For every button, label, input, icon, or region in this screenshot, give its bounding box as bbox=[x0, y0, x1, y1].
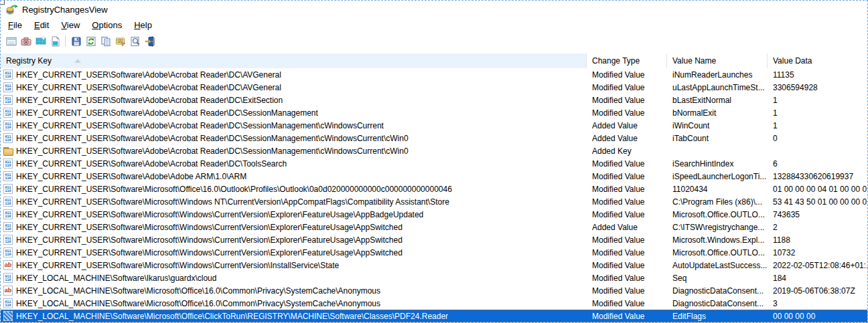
value-data-text: 0 bbox=[773, 134, 778, 143]
menu-help[interactable]: Help bbox=[128, 19, 158, 32]
column-header-value-data[interactable]: Value Data bbox=[768, 53, 867, 68]
toolbar bbox=[1, 32, 867, 50]
table-row[interactable]: HKEY_LOCAL_MACHINE\Software\Microsoft\Of… bbox=[1, 310, 867, 322]
menu-bar: File Edit View Options Help bbox=[1, 18, 867, 32]
registry-key-text: HKEY_CURRENT_USER\Software\Microsoft\Win… bbox=[16, 261, 339, 270]
app-icon bbox=[6, 4, 18, 15]
registry-key-text: HKEY_CURRENT_USER\Software\Adobe\Adobe A… bbox=[16, 172, 246, 181]
value-data-text: 2019-05-06T06:38:07Z bbox=[773, 286, 855, 296]
table-row[interactable]: HKEY_CURRENT_USER\Software\Microsoft\Win… bbox=[1, 221, 867, 233]
binary-value-icon bbox=[3, 209, 13, 219]
sort-ascending-icon bbox=[74, 59, 81, 63]
table-row[interactable]: HKEY_LOCAL_MACHINE\Software\Ikarus\guard… bbox=[1, 272, 867, 284]
value-name-text: iSpeedLauncherLogonTi... bbox=[672, 172, 766, 181]
table-row[interactable]: HKEY_CURRENT_USER\Software\Adobe\Acrobat… bbox=[1, 157, 867, 170]
refresh-button[interactable] bbox=[84, 34, 98, 49]
change-type-text: Added Value bbox=[592, 223, 638, 232]
value-name-text: Seq bbox=[672, 274, 686, 283]
value-data-text: 3306594928 bbox=[773, 83, 818, 92]
table-row[interactable]: HKEY_CURRENT_USER\Software\Adobe\Acrobat… bbox=[1, 144, 867, 157]
value-data-text: 53 41 43 50 01 00 00 00 0... bbox=[773, 197, 867, 207]
change-type-text: Modified Value bbox=[592, 172, 645, 181]
binary-value-icon bbox=[3, 235, 13, 245]
change-type-text: Modified Value bbox=[592, 274, 645, 283]
binary-value-icon bbox=[3, 82, 13, 92]
table-row[interactable]: HKEY_CURRENT_USER\Software\Microsoft\Off… bbox=[1, 183, 867, 195]
binary-value-icon bbox=[3, 247, 13, 257]
menu-file[interactable]: File bbox=[2, 19, 28, 32]
menu-view[interactable]: View bbox=[55, 19, 86, 32]
find-icon bbox=[130, 36, 141, 47]
refresh-icon bbox=[86, 36, 96, 47]
value-data-text: 10732 bbox=[773, 248, 795, 257]
table-row[interactable]: HKEY_CURRENT_USER\Software\Adobe\Acrobat… bbox=[1, 81, 867, 94]
registry-key-text: HKEY_CURRENT_USER\Software\Microsoft\Win… bbox=[16, 223, 403, 232]
change-type-text: Added Value bbox=[592, 134, 638, 143]
registry-key-text: HKEY_CURRENT_USER\Software\Adobe\Acrobat… bbox=[16, 70, 281, 80]
find-button[interactable] bbox=[128, 34, 143, 49]
choose-columns-button[interactable] bbox=[33, 34, 48, 49]
value-data-text: 3 bbox=[773, 299, 778, 308]
binary-value-icon bbox=[3, 273, 13, 283]
value-name-text: Microsoft.Windows.Expl... bbox=[672, 235, 764, 245]
table-row[interactable]: HKEY_CURRENT_USER\Software\Microsoft\Win… bbox=[1, 208, 867, 221]
column-header-value-name[interactable]: Value Name bbox=[667, 53, 768, 68]
save-icon bbox=[71, 36, 82, 47]
copy-button[interactable] bbox=[98, 34, 113, 49]
table-row[interactable]: HKEY_CURRENT_USER\Software\Adobe\Acrobat… bbox=[1, 119, 867, 132]
report-page-icon bbox=[50, 36, 61, 47]
column-label: Value Data bbox=[773, 56, 812, 66]
binary-value-icon bbox=[3, 108, 13, 118]
change-type-text: Modified Value bbox=[592, 70, 645, 80]
value-name-text: C:\Program Files (x86)\... bbox=[672, 197, 762, 207]
value-data-text: 1 bbox=[773, 108, 778, 118]
table-row[interactable]: HKEY_CURRENT_USER\Software\Microsoft\Win… bbox=[1, 195, 867, 208]
change-type-text: Modified Value bbox=[592, 312, 645, 321]
column-header-registry-key[interactable]: Registry Key bbox=[1, 53, 587, 68]
string-value-icon bbox=[3, 260, 13, 270]
value-data-text: 1 bbox=[773, 96, 778, 105]
value-name-text: Microsoft.Office.OUTLO... bbox=[672, 210, 765, 219]
table-row[interactable]: HKEY_CURRENT_USER\Software\Microsoft\Win… bbox=[1, 233, 867, 246]
registry-key-text: HKEY_CURRENT_USER\Software\Microsoft\Win… bbox=[16, 248, 403, 257]
value-data-text: 132884330620619937 bbox=[773, 172, 853, 181]
details-view-button[interactable] bbox=[4, 34, 19, 49]
registry-snapshot-button[interactable] bbox=[19, 34, 33, 49]
change-type-text: Modified Value bbox=[592, 210, 645, 219]
change-type-text: Modified Value bbox=[592, 248, 645, 257]
table-row[interactable]: HKEY_CURRENT_USER\Software\Adobe\Adobe A… bbox=[1, 170, 867, 183]
table-row[interactable]: HKEY_CURRENT_USER\Software\Microsoft\Win… bbox=[1, 246, 867, 259]
registry-key-text: HKEY_CURRENT_USER\Software\Adobe\Acrobat… bbox=[16, 96, 283, 105]
properties-button[interactable] bbox=[113, 34, 128, 49]
string-value-icon bbox=[3, 286, 13, 296]
value-name-text: iSearchHintIndex bbox=[672, 159, 733, 169]
binary-value-icon bbox=[3, 222, 13, 232]
menu-options[interactable]: Options bbox=[86, 19, 128, 32]
save-button[interactable] bbox=[69, 34, 84, 49]
registry-key-text: HKEY_CURRENT_USER\Software\Adobe\Acrobat… bbox=[16, 108, 318, 118]
table-row[interactable]: HKEY_CURRENT_USER\Software\Adobe\Acrobat… bbox=[1, 94, 867, 106]
menu-edit[interactable]: Edit bbox=[28, 19, 55, 32]
table-row[interactable]: HKEY_LOCAL_MACHINE\Software\Microsoft\Of… bbox=[1, 284, 867, 297]
html-report-button[interactable] bbox=[48, 34, 63, 49]
exit-button[interactable] bbox=[143, 34, 157, 49]
value-data-text: 2022-02-05T12:08:46+01:... bbox=[773, 261, 867, 270]
value-data-text: 184 bbox=[773, 274, 786, 283]
table-row[interactable]: HKEY_CURRENT_USER\Software\Adobe\Acrobat… bbox=[1, 106, 867, 119]
binary-value-icon bbox=[3, 197, 13, 207]
table-row[interactable]: HKEY_CURRENT_USER\Software\Adobe\Acrobat… bbox=[1, 68, 867, 81]
camera-icon bbox=[21, 36, 31, 47]
change-type-text: Modified Value bbox=[592, 197, 645, 207]
binary-value-icon bbox=[3, 311, 13, 321]
value-name-text: 11020434 bbox=[672, 185, 708, 194]
change-type-text: Modified Value bbox=[592, 83, 645, 92]
column-header-change-type[interactable]: Change Type bbox=[587, 53, 667, 68]
value-name-text: EditFlags bbox=[672, 312, 706, 321]
table-row[interactable]: HKEY_CURRENT_USER\Software\Microsoft\Win… bbox=[1, 259, 867, 272]
value-name-text: C:\ITSW\registrychange... bbox=[672, 223, 764, 232]
value-data-text: 00 00 00 00 bbox=[773, 312, 815, 321]
value-name-text: iWinCount bbox=[672, 121, 709, 130]
registry-key-text: HKEY_LOCAL_MACHINE\Software\Microsoft\Of… bbox=[16, 312, 448, 321]
table-row[interactable]: HKEY_LOCAL_MACHINE\Software\Microsoft\Of… bbox=[1, 297, 867, 310]
table-row[interactable]: HKEY_CURRENT_USER\Software\Adobe\Acrobat… bbox=[1, 132, 867, 144]
